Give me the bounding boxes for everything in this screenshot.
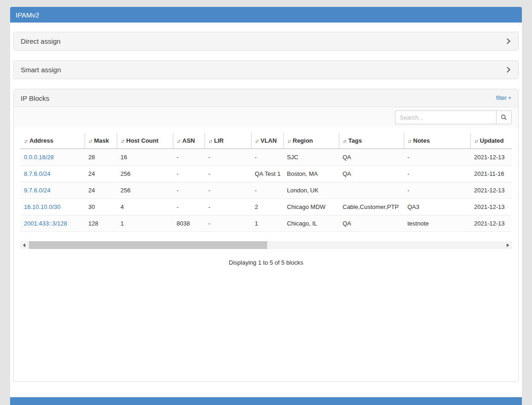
column-header[interactable]: Host Count (117, 133, 173, 149)
sort-icon (475, 138, 478, 144)
cell-tags: QA (339, 215, 404, 232)
cell-region: Chicago MDW (283, 199, 339, 215)
scroll-right-arrow[interactable] (504, 241, 512, 249)
cell-updated: 2021-12-13 (470, 149, 512, 166)
table-row: 9.7.6.0/24 24 256 - - - London, UK - 202… (20, 182, 512, 199)
column-header[interactable]: VLAN (251, 133, 283, 149)
panel-ip-blocks: IP Blocks filter + (13, 89, 519, 382)
cell-vlan: - (251, 149, 283, 166)
cell-notes: - (404, 149, 470, 166)
address-link[interactable]: 2001:433::3/128 (24, 220, 67, 227)
column-label: VLAN (261, 137, 277, 144)
left-triangle-icon (23, 243, 25, 247)
cell-asn: - (173, 166, 205, 182)
address-link[interactable]: 0.0.0.16/28 (24, 154, 54, 161)
column-header[interactable]: Mask (85, 133, 117, 149)
status-text: Displaying 1 to 5 of 5 blocks (20, 259, 512, 266)
address-link[interactable]: 16.10.10.0/30 (24, 203, 61, 210)
cell-region: SJC (283, 149, 339, 166)
scrollbar-thumb[interactable] (29, 241, 267, 249)
cell-tags: QA (339, 166, 404, 182)
ipam-window: IPAMv2 Direct assign Smart assign IP Blo… (10, 7, 522, 405)
column-label: Host Count (126, 137, 159, 144)
horizontal-scrollbar[interactable] (20, 241, 512, 249)
cell-asn: - (173, 182, 205, 199)
sort-icon (89, 138, 92, 144)
search-input[interactable] (395, 110, 496, 124)
cell-updated: 2021-11-16 (470, 166, 512, 182)
filter-link[interactable]: filter + (496, 95, 511, 101)
table-row: 0.0.0.16/28 28 16 - - - SJC QA - 2021-12… (20, 149, 512, 166)
column-header[interactable]: Address (20, 133, 85, 149)
right-triangle-icon (507, 243, 509, 247)
column-header[interactable]: Notes (404, 133, 470, 149)
panel-direct-assign: Direct assign (13, 32, 519, 51)
cell-mask: 24 (85, 182, 117, 199)
smart-assign-title: Smart assign (21, 66, 61, 74)
sort-icon (287, 138, 291, 144)
cell-host-count: 256 (117, 166, 173, 182)
cell-lir: - (205, 149, 251, 166)
cell-updated: 2021-12-13 (470, 215, 512, 232)
main-content: Direct assign Smart assign IP Blocks fil… (10, 23, 522, 397)
table-row: 16.10.10.0/30 30 4 - - 2 Chicago MDW Cab… (20, 199, 512, 215)
search-button[interactable] (496, 110, 512, 124)
smart-assign-toggle[interactable]: Smart assign (14, 61, 518, 79)
cell-host-count: 1 (117, 215, 173, 232)
cell-updated: 2021-12-13 (470, 199, 512, 215)
cell-mask: 128 (85, 215, 117, 232)
search-icon (501, 114, 507, 121)
column-header[interactable]: LIR (205, 133, 251, 149)
sort-icon (121, 138, 124, 144)
cell-host-count: 4 (117, 199, 173, 215)
column-header[interactable]: ASN (173, 133, 205, 149)
column-header[interactable]: Tags (339, 133, 404, 149)
column-label: Notes (413, 137, 430, 144)
sort-icon (209, 138, 212, 144)
footer-bar (10, 397, 522, 405)
ip-blocks-table: Address Mask Host Count ASN LIR VLAN Reg… (20, 133, 512, 232)
column-label: Address (29, 137, 53, 144)
column-label: Updated (480, 137, 504, 144)
chevron-right-icon (504, 38, 510, 44)
direct-assign-toggle[interactable]: Direct assign (14, 32, 518, 50)
column-header[interactable]: Updated (470, 133, 512, 149)
table-body: 0.0.0.16/28 28 16 - - - SJC QA - 2021-12… (20, 149, 512, 232)
sort-icon (408, 138, 411, 144)
chevron-right-icon (504, 67, 510, 73)
sort-icon (177, 138, 180, 144)
table-row: 2001:433::3/128 128 1 8038 - 1 Chicago, … (20, 215, 512, 232)
search-row (14, 107, 518, 127)
cell-notes: QA3 (404, 199, 470, 215)
direct-assign-title: Direct assign (21, 37, 61, 45)
scroll-left-arrow[interactable] (20, 241, 28, 249)
cell-address: 0.0.0.16/28 (20, 149, 85, 166)
cell-host-count: 16 (117, 149, 173, 166)
cell-address: 2001:433::3/128 (20, 215, 85, 232)
cell-asn: - (173, 149, 205, 166)
cell-lir: - (205, 182, 251, 199)
ip-blocks-body: Address Mask Host Count ASN LIR VLAN Reg… (14, 107, 518, 382)
cell-address: 9.7.6.0/24 (20, 182, 85, 199)
cell-lir: - (205, 199, 251, 215)
app-header: IPAMv2 (10, 7, 522, 23)
app-title: IPAMv2 (16, 11, 39, 19)
cell-notes: testnote (404, 215, 470, 232)
address-link[interactable]: 9.7.6.0/24 (24, 187, 51, 194)
cell-asn: - (173, 199, 205, 215)
ip-blocks-heading: IP Blocks filter + (14, 89, 518, 107)
cell-tags: Cable,Customer,PTP (339, 199, 404, 215)
cell-notes: - (404, 166, 470, 182)
column-header[interactable]: Region (283, 133, 339, 149)
panel-smart-assign: Smart assign (13, 60, 519, 79)
column-label: ASN (183, 137, 195, 144)
cell-updated: 2021-12-13 (470, 182, 512, 199)
table-row: 8.7.6.0/24 24 256 - - QA Test 1 Boston, … (20, 166, 512, 182)
cell-asn: 8038 (173, 215, 205, 232)
ip-blocks-title: IP Blocks (21, 94, 49, 102)
cell-region: Boston, MA (283, 166, 339, 182)
address-link[interactable]: 8.7.6.0/24 (24, 170, 51, 177)
cell-mask: 24 (85, 166, 117, 182)
cell-vlan: 2 (251, 199, 283, 215)
column-label: Mask (94, 137, 109, 144)
